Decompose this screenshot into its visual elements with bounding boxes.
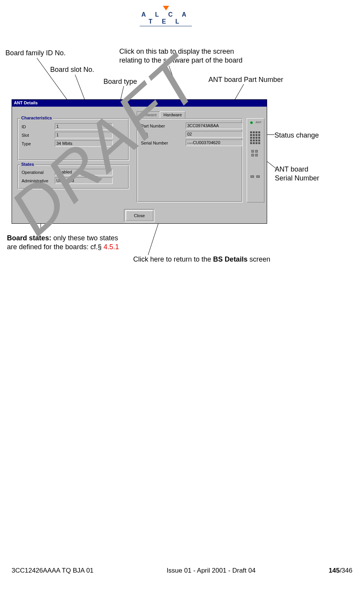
logo-underline (140, 26, 192, 26)
footer-page-total: /346 (340, 567, 352, 574)
anno-board-type: Board type (103, 77, 137, 86)
anno-software-tab: Click on this tab to display the screen … (119, 47, 251, 65)
ant-board-label: ANT (256, 121, 262, 124)
logo-text: A L C A T E L (140, 11, 192, 25)
status-led-grid (250, 131, 260, 144)
anno-states-ref: 4.5.1 (103, 243, 119, 251)
administrative-field: Unlocked (55, 177, 113, 184)
anno-family-id: Board family ID No. (5, 49, 66, 58)
footer-page-num: 145 (329, 567, 340, 574)
tab-software[interactable]: Software (137, 111, 160, 118)
states-legend: States (20, 162, 35, 167)
states-group: States Operational Enabled Administrativ… (17, 165, 129, 189)
anno-part-number: ANT board Part Number (208, 75, 283, 84)
type-label: Type (22, 141, 52, 146)
alcatel-logo: A L C A T E L (140, 6, 192, 26)
part-number-field: 3CC09743ABAA (186, 122, 243, 129)
id-field: 1 (55, 123, 113, 130)
tab-bar: Software Hardware (137, 111, 185, 118)
slot-label: Slot (22, 133, 52, 138)
ics-field: 02 (186, 131, 243, 138)
hardware-panel: Part Number 3CC09743ABAA ICS 02 Serial N… (137, 118, 243, 202)
anno-status-change: Status change (274, 131, 319, 140)
footer-page: 145/346 (329, 567, 352, 575)
administrative-label: Administrative (22, 179, 52, 183)
anno-close-post: screen (247, 255, 270, 263)
close-button[interactable]: Close (125, 210, 153, 221)
serial-number-field: ----CU003704620 (186, 139, 243, 146)
ant-details-window: ANT Details Software Hardware Characteri… (12, 99, 267, 224)
type-field: 34 Mbits (55, 140, 113, 147)
anno-slot-no: Board slot No. (50, 65, 94, 74)
anno-serial-number: ANT board Serial Number (275, 165, 319, 182)
anno-close: Click here to return to the BS Details s… (133, 255, 270, 264)
window-titlebar: ANT Details (12, 100, 267, 107)
port-icons (251, 175, 260, 178)
part-number-label: Part Number (141, 124, 183, 128)
indicator-2x2 (251, 150, 258, 156)
characteristics-legend: Characteristics (20, 116, 53, 120)
anno-close-bold: BS Details (213, 255, 247, 263)
tab-hardware[interactable]: Hardware (160, 111, 185, 118)
footer-doc-ref: 3CC12426AAAA TQ BJA 01 (12, 567, 93, 575)
anno-states-prefix: Board states: (7, 234, 51, 242)
slot-field: 1 (55, 132, 113, 138)
page-footer: 3CC12426AAAA TQ BJA 01 Issue 01 - April … (0, 567, 364, 575)
anno-board-states: Board states: only these two states are … (7, 234, 134, 251)
ant-board-graphic: ANT (247, 118, 264, 202)
characteristics-group: Characteristics ID 1 Slot 1 Type 34 Mbit… (17, 118, 129, 161)
serial-number-label: Serial Number (141, 141, 183, 145)
anno-close-pre: Click here to return to the (133, 255, 213, 263)
logo-triangle-icon (163, 6, 169, 10)
operational-label: Operational (22, 170, 52, 175)
ics-label: ICS (141, 132, 183, 137)
id-label: ID (22, 124, 52, 129)
footer-issue: Issue 01 - April 2001 - Draft 04 (167, 567, 256, 575)
operational-field: Enabled (55, 169, 113, 175)
led-green-icon (250, 121, 253, 124)
